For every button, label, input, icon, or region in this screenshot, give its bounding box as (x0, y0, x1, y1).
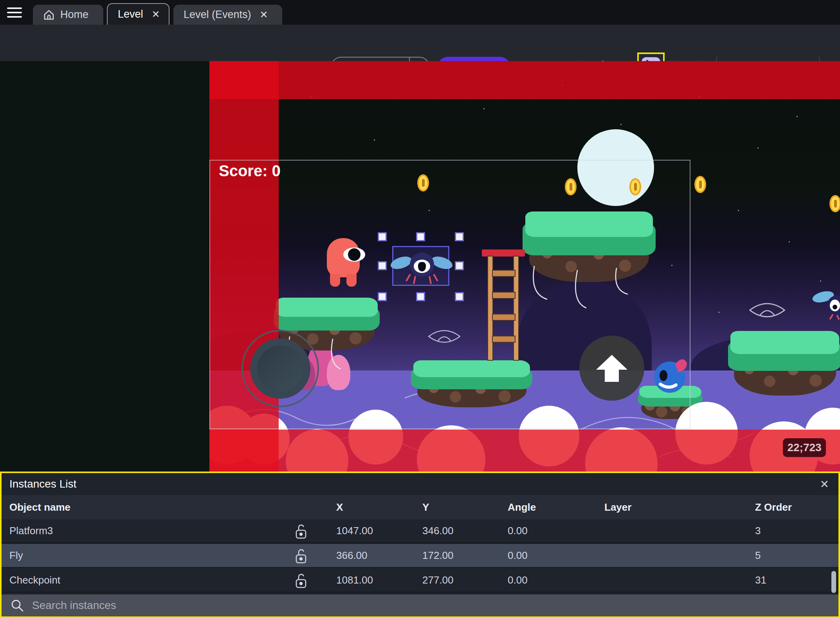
instance-z-order[interactable]: 31 (755, 574, 838, 586)
tab-level[interactable]: Level ✕ (107, 3, 169, 25)
instance-x[interactable]: 366.00 (336, 549, 422, 562)
instance-y[interactable]: 346.00 (422, 525, 508, 537)
lock-toggle[interactable] (293, 573, 336, 588)
col-layer[interactable]: Layer (604, 501, 755, 513)
instances-list-panel: Instances List ✕ Object name X Y Angle L… (0, 472, 840, 618)
tab-bar: Home Level ✕ Level (Events) ✕ (0, 0, 840, 25)
platform-object[interactable] (728, 331, 840, 396)
col-x[interactable]: X (336, 501, 422, 513)
red-zone-bottom (209, 430, 840, 472)
panel-title: Instances List (9, 478, 76, 490)
search-bar (2, 595, 838, 616)
close-icon[interactable]: ✕ (820, 478, 829, 491)
resize-handle[interactable] (378, 261, 387, 270)
eye-decoration (748, 300, 787, 321)
tab-level-label: Level (118, 8, 143, 20)
home-icon (43, 9, 55, 21)
canvas-void[interactable] (0, 61, 209, 472)
col-object-name[interactable]: Object name (9, 501, 293, 513)
fly-leg (429, 276, 432, 284)
instance-y[interactable]: 172.00 (422, 549, 508, 562)
table-header: Object name X Y Angle Layer Z Order (2, 495, 838, 519)
col-angle[interactable]: Angle (508, 501, 604, 513)
table-row[interactable]: Fly 366.00 172.00 0.00 5 (2, 544, 838, 568)
resize-handle[interactable] (378, 232, 387, 241)
lock-toggle[interactable] (293, 548, 336, 564)
unlock-icon (293, 573, 309, 588)
instance-x[interactable]: 1081.00 (336, 574, 422, 586)
instance-angle[interactable]: 0.00 (508, 574, 604, 586)
resize-handle[interactable] (378, 292, 387, 301)
scene-canvas[interactable]: Score: 0 22;723 (209, 61, 840, 472)
fly-object[interactable] (812, 288, 840, 320)
instance-name: Platform3 (9, 525, 293, 537)
instance-name: Checkpoint (9, 574, 293, 586)
coin-object[interactable] (694, 176, 706, 193)
instance-angle[interactable]: 0.00 (508, 525, 604, 537)
instance-z-order[interactable]: 3 (755, 525, 838, 537)
fly-leg (433, 274, 438, 281)
col-z-order[interactable]: Z Order (755, 501, 838, 513)
scrollbar-thumb[interactable] (831, 571, 836, 593)
up-arrow-stem (605, 369, 619, 382)
lock-toggle[interactable] (293, 523, 336, 539)
search-input[interactable] (31, 599, 838, 612)
close-icon[interactable]: ✕ (152, 9, 160, 20)
coin-object[interactable] (829, 195, 840, 212)
fly-leg (406, 274, 411, 281)
col-y[interactable]: Y (422, 501, 508, 513)
toolbar: Preview ▼ Publish (0, 25, 840, 61)
jump-button[interactable] (579, 336, 644, 401)
joystick-base[interactable] (250, 338, 310, 399)
tab-home[interactable]: Home (33, 5, 103, 25)
menu-icon[interactable] (7, 7, 22, 18)
unlock-icon (293, 523, 309, 539)
instance-x[interactable]: 1047.00 (336, 525, 422, 537)
up-arrow-icon (596, 355, 627, 370)
score-text: Score: 0 (219, 162, 281, 180)
search-icon (10, 598, 24, 613)
instance-y[interactable]: 277.00 (422, 574, 508, 586)
resize-handle[interactable] (416, 292, 425, 301)
resize-handle[interactable] (416, 232, 425, 241)
joystick-knob (257, 345, 303, 392)
panel-title-bar: Instances List ✕ (2, 473, 838, 495)
resize-handle[interactable] (455, 292, 464, 301)
close-icon[interactable]: ✕ (260, 9, 268, 20)
table-row[interactable]: Platform3 1047.00 346.00 0.00 3 (2, 519, 838, 543)
table-row[interactable]: Checkpoint 1081.00 277.00 0.00 31 (2, 569, 838, 593)
selection-box[interactable] (392, 246, 449, 286)
tab-level-events[interactable]: Level (Events) ✕ (173, 5, 282, 25)
resize-handle[interactable] (455, 232, 464, 241)
tab-level-events-label: Level (Events) (184, 9, 251, 21)
cursor-coordinates-badge: 22;723 (783, 438, 826, 457)
instance-name: Fly (9, 549, 293, 562)
instance-z-order[interactable]: 5 (755, 549, 838, 562)
gdevelop-editor-window: Home Level ✕ Level (Events) ✕ Preview ▼ … (0, 0, 840, 618)
instance-angle[interactable]: 0.00 (508, 549, 604, 562)
red-zone-top (209, 61, 840, 99)
resize-handle[interactable] (455, 261, 464, 270)
unlock-icon (293, 548, 309, 564)
fly-eye (414, 260, 430, 273)
tab-home-label: Home (60, 9, 88, 21)
platform-grass (730, 331, 839, 354)
fly-leg (413, 276, 416, 284)
